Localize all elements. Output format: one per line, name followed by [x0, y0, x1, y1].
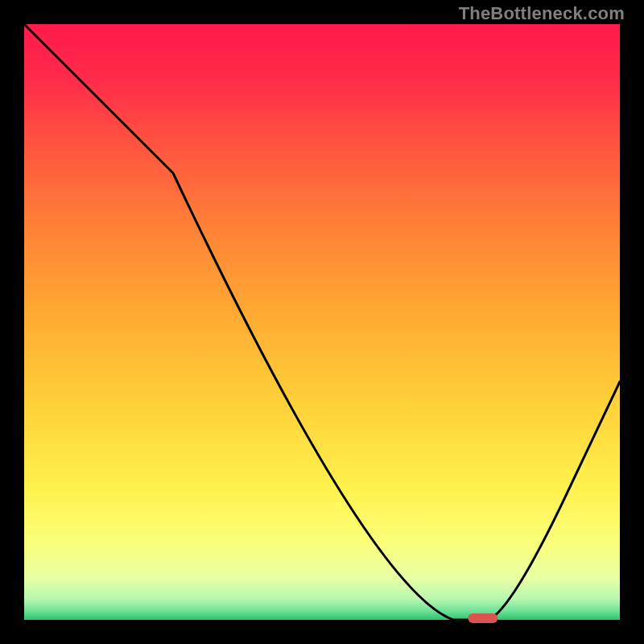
watermark-text: TheBottleneck.com [459, 3, 625, 24]
min-marker [468, 613, 497, 623]
chart-frame: TheBottleneck.com [0, 0, 644, 644]
bottleneck-chart [0, 0, 644, 644]
